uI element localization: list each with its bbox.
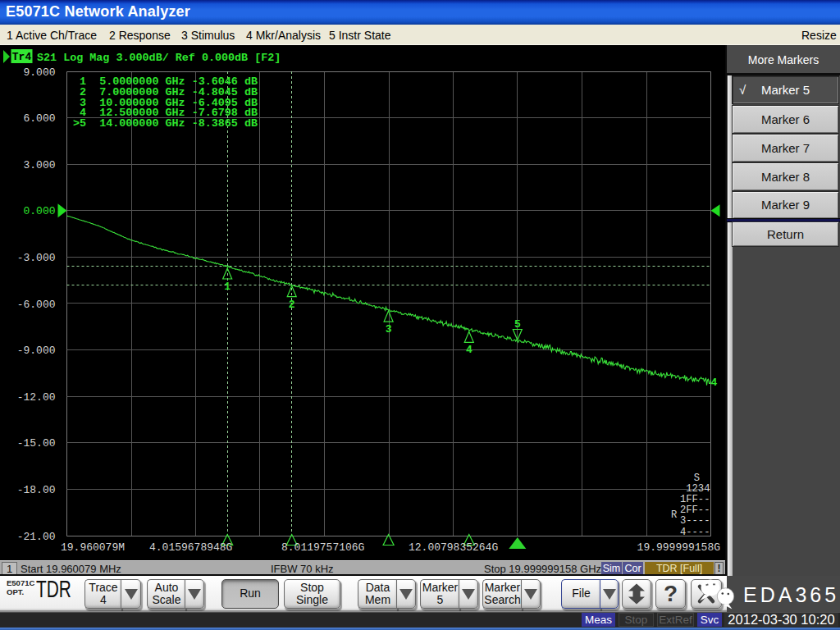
svg-text:4----: 4---- bbox=[680, 527, 710, 538]
svg-text:Tr4: Tr4 bbox=[12, 51, 32, 63]
svg-text:12.0079835264G: 12.0079835264G bbox=[409, 541, 498, 554]
svg-text:1FF--: 1FF-- bbox=[680, 494, 710, 505]
svg-text:0.000: 0.000 bbox=[23, 205, 55, 217]
svg-text:-9.000: -9.000 bbox=[17, 345, 56, 357]
svg-text:2: 2 bbox=[289, 299, 295, 311]
svg-text:S21 Log Mag 3.000dB/ Ref 0.000: S21 Log Mag 3.000dB/ Ref 0.000dB [F2] bbox=[37, 52, 281, 64]
svg-text:5: 5 bbox=[514, 318, 521, 331]
svg-text:S: S bbox=[694, 472, 700, 484]
svg-text:1: 1 bbox=[224, 281, 231, 293]
svg-text:2FF--: 2FF-- bbox=[680, 504, 710, 516]
svg-text:9.000: 9.000 bbox=[23, 66, 55, 79]
svg-text:>5 14.000000 GHz -8.3865 dB: >5 14.000000 GHz -8.3865 dB bbox=[73, 117, 258, 130]
svg-text:-3.000: -3.000 bbox=[17, 252, 56, 264]
svg-text:3.000: 3.000 bbox=[23, 159, 55, 171]
svg-text:1234: 1234 bbox=[686, 483, 710, 495]
svg-text:4: 4 bbox=[711, 377, 718, 389]
svg-text:8.0119757106G: 8.0119757106G bbox=[281, 541, 364, 554]
svg-text:3: 3 bbox=[386, 323, 392, 336]
svg-text:-6.000: -6.000 bbox=[17, 299, 56, 311]
svg-text:4.0159678948G: 4.0159678948G bbox=[149, 541, 232, 554]
svg-text:-15.00: -15.00 bbox=[17, 437, 56, 450]
svg-text:6.000: 6.000 bbox=[23, 112, 55, 125]
svg-text:-18.00: -18.00 bbox=[17, 484, 56, 496]
svg-text:-12.00: -12.00 bbox=[17, 391, 56, 404]
svg-text:R: R bbox=[671, 509, 677, 521]
svg-text:3----: 3---- bbox=[680, 515, 710, 527]
svg-text:19.999999158G: 19.999999158G bbox=[637, 541, 720, 554]
svg-text:19.960079M: 19.960079M bbox=[61, 541, 125, 554]
svg-text:-21.00: -21.00 bbox=[17, 531, 56, 543]
svg-text:4: 4 bbox=[466, 344, 472, 356]
